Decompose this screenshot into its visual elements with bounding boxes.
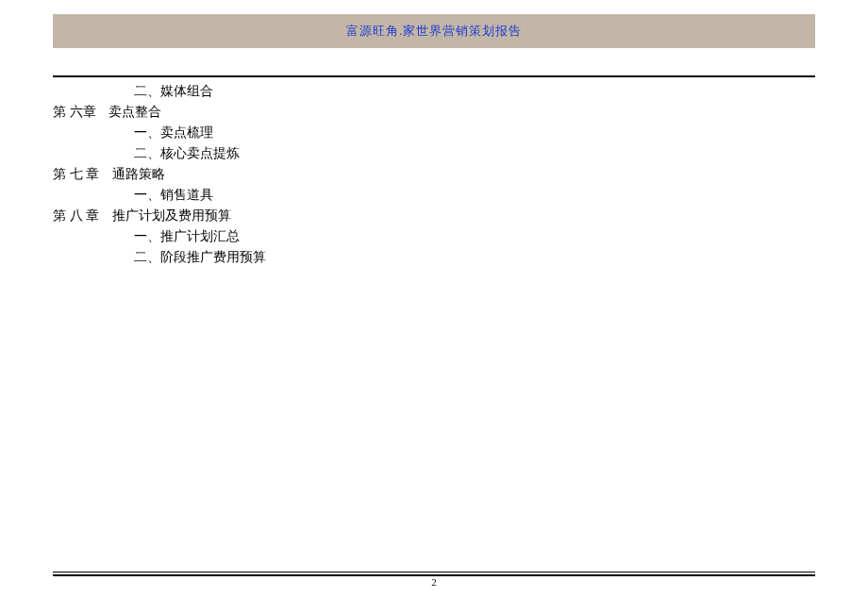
chapter-label: 第 八 章 [53, 206, 99, 226]
chapter-title: 推广计划及费用预算 [112, 208, 231, 223]
chapter-label: 第 七 章 [53, 164, 99, 185]
page-number: 2 [0, 576, 868, 588]
toc-content: 二、媒体组合 第 六章 卖点整合 一、卖点梳理 二、核心卖点提炼 第 七 章 通… [53, 81, 815, 268]
chapter-label: 第 六章 [53, 102, 96, 123]
toc-sub-item: 一、销售道具 [53, 185, 815, 206]
toc-sub-item: 二、阶段推广费用预算 [53, 247, 815, 268]
header-bar: 富源旺角.家世界营销策划报告 [53, 14, 815, 48]
toc-sub-text: 一、销售道具 [134, 188, 213, 202]
toc-sub-item: 二、核心卖点提炼 [53, 143, 815, 164]
chapter-title: 卖点整合 [108, 105, 161, 119]
chapter-title: 通路策略 [112, 167, 165, 181]
toc-sub-text: 一、卖点梳理 [134, 125, 213, 140]
header-title: 富源旺角.家世界营销策划报告 [346, 23, 522, 40]
toc-sub-text: 二、媒体组合 [134, 84, 213, 98]
toc-sub-text: 一、推广计划汇总 [134, 229, 240, 243]
toc-sub-item: 二、媒体组合 [53, 81, 815, 102]
toc-chapter: 第 六章 卖点整合 [53, 102, 815, 123]
toc-sub-text: 二、阶段推广费用预算 [134, 250, 266, 264]
toc-sub-item: 一、卖点梳理 [53, 123, 815, 143]
toc-chapter: 第 七 章 通路策略 [53, 164, 815, 185]
toc-sub-text: 二、核心卖点提炼 [134, 146, 240, 160]
toc-sub-item: 一、推广计划汇总 [53, 226, 815, 247]
toc-chapter: 第 八 章 推广计划及费用预算 [53, 206, 815, 226]
top-rule [53, 75, 815, 77]
